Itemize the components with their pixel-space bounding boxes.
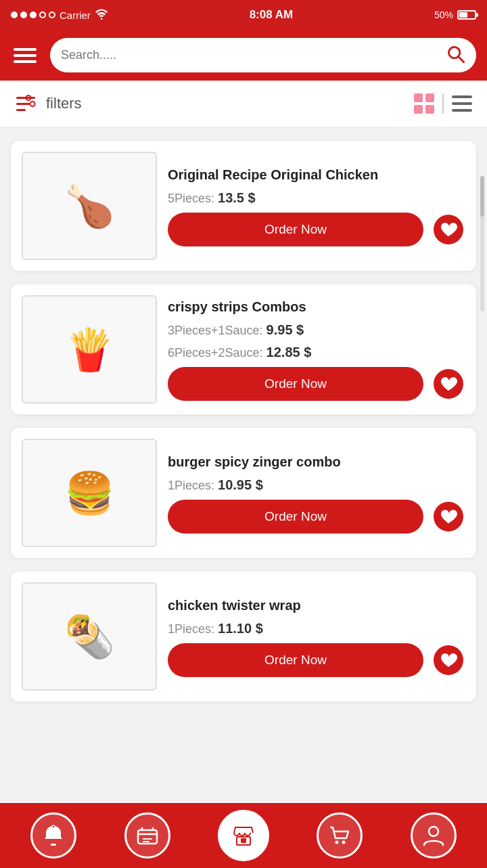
list-icon xyxy=(450,92,473,115)
nav-deals[interactable] xyxy=(124,812,170,859)
food-info-2: crispy strips Combos 3Pieces+1Sauce: 9.9… xyxy=(168,298,465,401)
nav-store[interactable] xyxy=(218,810,269,861)
nav-store-circle xyxy=(218,810,269,861)
svg-rect-11 xyxy=(425,105,434,114)
food-info-4: chicken twister wrap 1Pieces: 11.10 $ Or… xyxy=(168,596,465,677)
favorite-button-2[interactable] xyxy=(432,367,465,401)
food-price-3: 1Pieces: 10.95 $ xyxy=(168,477,465,493)
svg-point-29 xyxy=(342,841,346,844)
dot2 xyxy=(20,12,27,18)
food-price-1: 5Pieces: 13.5 $ xyxy=(168,190,465,206)
order-button-4[interactable]: Order Now xyxy=(168,643,423,677)
food-price-2a: 3Pieces+1Sauce: 9.95 $ xyxy=(168,322,465,338)
dot4 xyxy=(39,12,46,18)
food-card-3: 🍔 burger spicy zinger combo 1Pieces: 10.… xyxy=(11,428,476,558)
heart-icon-3 xyxy=(433,501,464,532)
food-card-2: 🍟 crispy strips Combos 3Pieces+1Sauce: 9… xyxy=(11,284,476,414)
nav-profile-circle xyxy=(411,812,457,859)
battery-fill xyxy=(459,12,467,18)
header xyxy=(0,30,487,81)
order-button-1[interactable]: Order Now xyxy=(168,213,423,246)
svg-rect-10 xyxy=(414,105,423,114)
price-value-1: 13.5 $ xyxy=(218,190,256,205)
food-image-2: 🍟 xyxy=(22,295,157,404)
list-view-button[interactable] xyxy=(450,92,473,115)
order-row-2: Order Now xyxy=(168,367,465,401)
food-price-4: 1Pieces: 11.10 $ xyxy=(168,621,465,636)
bell-icon xyxy=(41,823,66,848)
dot3 xyxy=(30,12,37,18)
favorite-button-1[interactable] xyxy=(432,213,465,246)
favorite-button-3[interactable] xyxy=(432,500,465,534)
order-row-3: Order Now xyxy=(168,500,465,534)
menu-line-2 xyxy=(14,54,37,57)
nav-deals-circle xyxy=(124,812,170,859)
food-info-1: Original Recipe Original Chicken 5Pieces… xyxy=(168,166,465,246)
order-button-3[interactable]: Order Now xyxy=(168,500,423,534)
status-bar: Carrier 8:08 AM 50% xyxy=(0,0,487,30)
food-title-1: Original Recipe Original Chicken xyxy=(168,166,465,183)
menu-line-3 xyxy=(14,60,37,63)
filter-icon xyxy=(14,91,38,116)
food-price-2b: 6Pieces+2Sauce: 12.85 $ xyxy=(168,345,465,360)
filters-label: filters xyxy=(46,95,82,112)
heart-icon-1 xyxy=(433,214,464,245)
food-title-4: chicken twister wrap xyxy=(168,596,465,614)
user-icon xyxy=(421,823,446,848)
price-value-2a: 9.95 $ xyxy=(266,322,304,337)
scroll-thumb[interactable] xyxy=(480,176,484,217)
food-image-1: 🍗 xyxy=(22,152,157,260)
search-bar[interactable] xyxy=(50,38,476,72)
nav-cart-circle xyxy=(317,812,363,859)
status-left: Carrier xyxy=(11,9,108,22)
filters-left: filters xyxy=(14,91,82,116)
svg-rect-8 xyxy=(414,93,423,102)
order-button-2[interactable]: Order Now xyxy=(168,367,423,401)
menu-button[interactable] xyxy=(11,45,39,66)
filters-right xyxy=(413,92,473,115)
status-time: 8:08 AM xyxy=(250,8,294,22)
price-value-2b: 12.85 $ xyxy=(266,345,312,360)
content-area: 🍗 Original Recipe Original Chicken 5Piec… xyxy=(0,127,487,769)
food-title-2: crispy strips Combos xyxy=(168,298,465,316)
svg-rect-14 xyxy=(452,109,472,112)
status-right: 50% xyxy=(434,9,476,20)
search-icon xyxy=(446,45,465,64)
svg-rect-5 xyxy=(16,109,26,111)
battery-percent: 50% xyxy=(434,9,453,20)
favorite-button-4[interactable] xyxy=(432,643,465,677)
signal-dots xyxy=(11,12,55,18)
svg-point-0 xyxy=(101,18,103,20)
svg-point-6 xyxy=(30,102,35,106)
battery-icon xyxy=(457,10,476,20)
food-card-1: 🍗 Original Recipe Original Chicken 5Piec… xyxy=(11,141,476,271)
food-info-3: burger spicy zinger combo 1Pieces: 10.95… xyxy=(168,453,465,534)
nav-notifications[interactable] xyxy=(30,812,76,859)
dot1 xyxy=(11,12,18,18)
store-icon xyxy=(231,823,256,848)
svg-rect-9 xyxy=(425,93,434,102)
nav-cart[interactable] xyxy=(317,812,363,859)
food-emoji-1: 🍗 xyxy=(23,153,156,259)
divider xyxy=(442,93,444,114)
grid-view-button[interactable] xyxy=(413,92,436,115)
food-card-4: 🌯 chicken twister wrap 1Pieces: 11.10 $ … xyxy=(11,571,476,701)
bottom-nav xyxy=(0,803,487,868)
search-input[interactable] xyxy=(61,48,441,62)
dot5 xyxy=(49,12,55,18)
svg-line-2 xyxy=(459,57,464,62)
food-emoji-4: 🌯 xyxy=(23,584,156,689)
heart-icon-2 xyxy=(433,368,464,399)
cart-icon xyxy=(327,823,352,848)
food-emoji-3: 🍔 xyxy=(23,440,156,546)
grid-icon xyxy=(413,92,436,115)
svg-rect-27 xyxy=(241,838,246,843)
search-button[interactable] xyxy=(446,45,465,66)
nav-profile[interactable] xyxy=(411,812,457,859)
food-emoji-2: 🍟 xyxy=(23,297,156,402)
price-value-4: 11.10 $ xyxy=(218,621,263,636)
wifi-icon xyxy=(95,9,108,22)
filters-bar: filters xyxy=(0,81,487,127)
svg-rect-19 xyxy=(51,844,56,846)
svg-point-20 xyxy=(52,825,55,828)
